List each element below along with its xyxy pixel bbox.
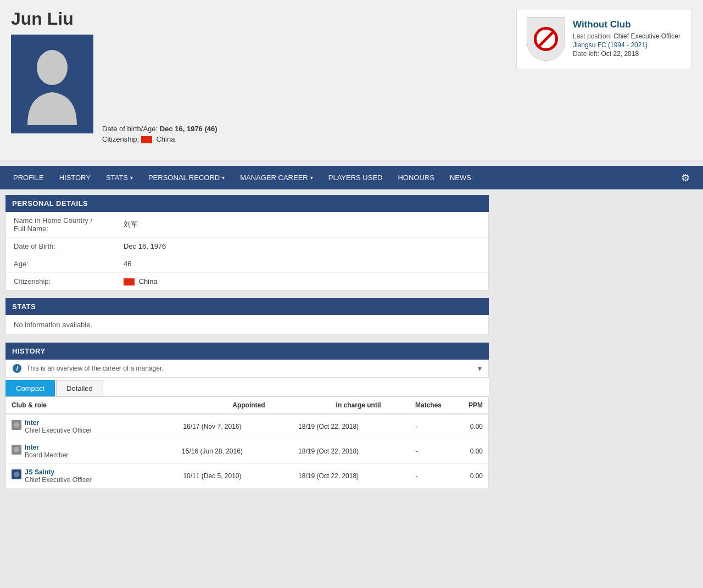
stats-section: STATS No information available.: [5, 298, 489, 335]
avatar: [11, 35, 93, 133]
matches-1: -: [387, 414, 447, 439]
settings-icon[interactable]: ⚙: [673, 166, 698, 189]
until-2: 18/19 (Oct 22, 2018): [271, 439, 387, 464]
date-left-row: Date left: Oct 22, 2018: [573, 50, 680, 58]
td-club-2: Inter Board Member: [12, 444, 148, 459]
col-club-role: Club & role: [6, 397, 154, 414]
nav-manager-career[interactable]: MANAGER CAREER ▾: [232, 166, 321, 189]
tab-detailed[interactable]: Detailed: [56, 380, 103, 396]
dob-label: Date of Birth:: [14, 242, 124, 250]
detail-row-name: Name in Home Country /Full Name: 刘军: [6, 212, 488, 238]
club-name: Without Club: [573, 19, 680, 30]
last-position: Last position: Chief Executive Officer: [573, 32, 680, 40]
club-icon-3: [12, 469, 21, 481]
table-header-row: Club & role Appointed In charge until Ma…: [6, 397, 489, 414]
club-link-row: Jiangsu FC (1994 - 2021): [573, 41, 680, 49]
nav-stats[interactable]: STATS ▾: [98, 166, 141, 189]
club-name-2[interactable]: Inter: [25, 444, 68, 451]
col-matches: Matches: [387, 397, 447, 414]
history-dropdown-arrow[interactable]: ▾: [478, 364, 482, 373]
stats-header: STATS: [5, 298, 489, 315]
appointed-3: 10/11 (Dec 5, 2010): [154, 464, 270, 489]
table-row: JS Sainty Chief Executive Officer 10/11 …: [6, 464, 489, 489]
role-text-3: Chief Executive Officer: [25, 476, 92, 484]
tab-compact[interactable]: Compact: [5, 380, 55, 396]
personal-details-body: Name in Home Country /Full Name: 刘军 Date…: [5, 212, 489, 290]
nav-history[interactable]: HISTORY: [52, 166, 98, 189]
col-appointed: Appointed: [154, 397, 270, 414]
col-until: In charge until: [271, 397, 387, 414]
stats-body: No information available.: [5, 315, 489, 335]
detail-row-age: Age: 46: [6, 255, 488, 273]
name-area: Jun Liu Date of birth/Age: Dec 16, 1976 …: [11, 9, 505, 151]
col-ppm: PPM: [447, 397, 489, 414]
club-role-cell: JS Sainty Chief Executive Officer: [6, 464, 154, 489]
history-table: Club & role Appointed In charge until Ma…: [5, 397, 489, 489]
avatar-section: Date of birth/Age: Dec 16, 1976 (46) Cit…: [11, 35, 505, 151]
ppm-3: 0.00: [447, 464, 489, 489]
manager-career-dropdown-arrow: ▾: [310, 175, 313, 181]
td-club-1: Inter Chief Executive Officer: [12, 419, 148, 434]
nav-personal-record[interactable]: PERSONAL RECORD ▾: [141, 166, 232, 189]
citizenship-row: Citizenship: China: [102, 135, 217, 143]
dob-row: Date of birth/Age: Dec 16, 1976 (46): [102, 125, 217, 133]
matches-3: -: [387, 464, 447, 489]
table-row: Inter Board Member 15/16 (Jun 28, 2016) …: [6, 439, 489, 464]
matches-2: -: [387, 439, 447, 464]
name-label: Name in Home Country /Full Name:: [14, 216, 124, 233]
club-icon-2: [12, 445, 21, 456]
svg-point-0: [37, 50, 68, 85]
personal-details-header: PERSONAL DETAILS: [5, 195, 489, 212]
club-role-cell: Inter Chief Executive Officer: [6, 414, 154, 439]
until-1: 18/19 (Oct 22, 2018): [271, 414, 387, 439]
club-info: Without Club Last position: Chief Execut…: [573, 19, 680, 59]
personal-record-dropdown-arrow: ▾: [222, 175, 225, 181]
flag-china: [141, 136, 152, 143]
history-header: HISTORY: [5, 343, 489, 360]
club-card: Without Club Last position: Chief Execut…: [516, 9, 692, 69]
last-name: Liu: [47, 9, 74, 29]
personal-details-section: PERSONAL DETAILS Name in Home Country /F…: [5, 195, 489, 290]
citizenship-value: China: [124, 277, 481, 285]
right-panel: [494, 195, 703, 496]
dob-value: Dec 16, 1976: [124, 242, 481, 250]
player-info: Date of birth/Age: Dec 16, 1976 (46) Cit…: [102, 117, 217, 151]
until-3: 18/19 (Oct 22, 2018): [271, 464, 387, 489]
ppm-1: 0.00: [447, 414, 489, 439]
club-name-3[interactable]: JS Sainty: [25, 468, 92, 476]
profile-header: Jun Liu Date of birth/Age: Dec 16, 1976 …: [0, 0, 703, 160]
svg-point-2: [14, 422, 19, 428]
club-role-cell: Inter Board Member: [6, 439, 154, 464]
nav-profile[interactable]: PROFILE: [5, 166, 52, 189]
flag-china-detail: [124, 278, 135, 285]
club-name-1[interactable]: Inter: [25, 419, 92, 427]
svg-point-4: [14, 447, 19, 452]
appointed-1: 16/17 (Nov 7, 2016): [154, 414, 270, 439]
nav-honours[interactable]: HONOURS: [390, 166, 442, 189]
nav-bar: PROFILE HISTORY STATS ▾ PERSONAL RECORD …: [0, 166, 703, 189]
history-info-bar: i This is an overview of the career of a…: [5, 360, 489, 378]
no-info-text: No information available.: [6, 315, 488, 334]
detail-row-citizenship: Citizenship: China: [6, 273, 488, 290]
table-row: Inter Chief Executive Officer 16/17 (Nov…: [6, 414, 489, 439]
role-text-2: Board Member: [25, 451, 68, 459]
citizenship-label: Citizenship:: [14, 277, 124, 285]
age-value: 46: [124, 260, 481, 268]
detail-row-dob: Date of Birth: Dec 16, 1976: [6, 238, 488, 255]
club-icon-1: [12, 420, 21, 432]
age-label: Age:: [14, 260, 124, 268]
nav-players-used[interactable]: PLAYERS USED: [321, 166, 390, 189]
club-link[interactable]: Jiangsu FC (1994 - 2021): [573, 41, 648, 49]
role-text-1: Chief Executive Officer: [25, 427, 92, 434]
svg-point-6: [14, 472, 19, 477]
nav-news[interactable]: NEWS: [442, 166, 479, 189]
stats-dropdown-arrow: ▾: [130, 175, 133, 181]
tabs-row: Compact Detailed: [5, 378, 489, 397]
info-icon: i: [13, 364, 21, 373]
left-panel: PERSONAL DETAILS Name in Home Country /F…: [0, 195, 494, 496]
ppm-2: 0.00: [447, 439, 489, 464]
club-shield: [527, 17, 565, 61]
td-club-3: JS Sainty Chief Executive Officer: [12, 468, 148, 484]
history-info-text: i This is an overview of the career of a…: [13, 364, 164, 373]
history-section: HISTORY i This is an overview of the car…: [5, 343, 489, 489]
